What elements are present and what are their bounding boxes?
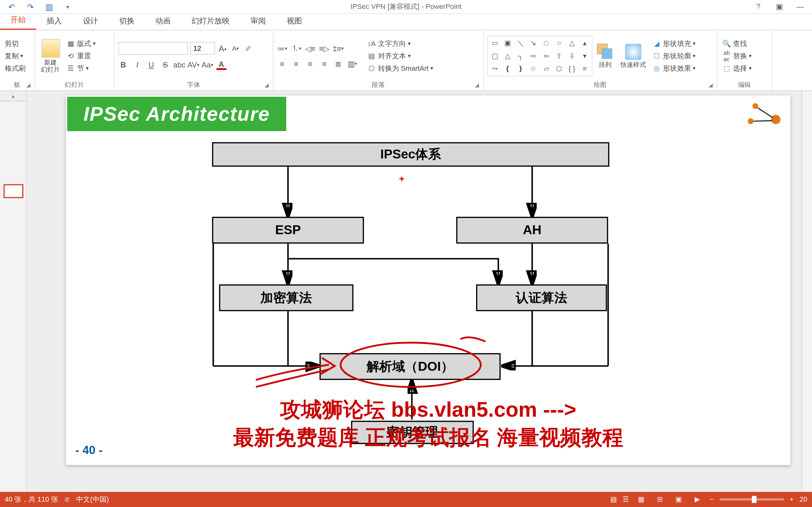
shape-line-icon[interactable]: ＼: [515, 38, 526, 49]
diagram-box-auth[interactable]: 认证算法: [476, 284, 607, 311]
find-button[interactable]: 🔍查找: [721, 38, 753, 49]
view-normal-button[interactable]: ▦: [635, 494, 648, 505]
convert-smartart-button[interactable]: ⬡转换为 SmartArt ▾: [366, 63, 435, 74]
shape-arrow-line-icon[interactable]: ↘: [527, 38, 539, 49]
slide[interactable]: IPSec Architecture IPSec体系 ESP AH 加密算法 认…: [66, 96, 791, 465]
tab-design[interactable]: 设计: [72, 12, 108, 30]
line-spacing-button[interactable]: ‡≡▾: [333, 43, 344, 54]
qat-customize-button[interactable]: ▾: [62, 1, 73, 13]
tab-review[interactable]: 审阅: [240, 12, 276, 30]
vertical-scrollbar[interactable]: [802, 91, 812, 492]
reset-button[interactable]: ⟲重置: [65, 50, 97, 61]
shape-callout-icon[interactable]: ▱: [541, 63, 552, 75]
shape-triangle-icon[interactable]: △: [566, 38, 578, 49]
thumbnail-panel[interactable]: ▴: [0, 91, 27, 492]
font-color-button[interactable]: A: [216, 60, 226, 70]
shape-up-icon[interactable]: ▴: [579, 38, 591, 49]
shapes-gallery[interactable]: ▭ ▣ ＼ ↘ □ ○ △ ▴ ▢ △ ┐ ⇨ ⇦ ⇧ ⇩ ▾ ⤳: [487, 36, 593, 76]
justify-button[interactable]: ≡: [319, 58, 329, 69]
change-case-button[interactable]: Aa▾: [202, 60, 212, 70]
shape-arrow-r-icon[interactable]: ⇨: [527, 50, 539, 62]
new-slide-button[interactable]: 新建 幻灯片: [39, 33, 63, 79]
bold-button[interactable]: B: [118, 60, 129, 70]
shrink-font-button[interactable]: A▾: [230, 43, 241, 54]
replace-button[interactable]: abac替换 ▾: [721, 50, 753, 61]
cut-button[interactable]: 剪切: [3, 38, 27, 49]
increase-indent-button[interactable]: ≡▷: [319, 43, 329, 54]
section-button[interactable]: ☰节 ▾: [65, 63, 97, 74]
redo-button[interactable]: ↷: [24, 1, 36, 13]
tab-animations[interactable]: 动画: [145, 12, 181, 30]
diagram-box-doi[interactable]: 解析域（DOI）: [319, 353, 501, 380]
shape-curve-icon[interactable]: ⤳: [489, 63, 501, 75]
diagram-box-encryption[interactable]: 加密算法: [219, 284, 354, 311]
clear-formatting-button[interactable]: ✐: [243, 43, 253, 54]
status-spellcheck-icon[interactable]: ⎚: [65, 495, 69, 504]
font-name-input[interactable]: [118, 42, 188, 55]
diagram-box-ah[interactable]: AH: [456, 217, 608, 244]
bullets-button[interactable]: ≔▾: [277, 43, 287, 54]
shape-brace-l-icon[interactable]: ❴: [502, 63, 513, 75]
diagram-box-root[interactable]: IPSec体系: [212, 142, 609, 167]
start-from-beginning-button[interactable]: ▥: [43, 1, 55, 13]
underline-button[interactable]: U: [146, 60, 156, 70]
shape-elbow-icon[interactable]: ┐: [515, 50, 526, 62]
tab-transitions[interactable]: 切换: [109, 12, 145, 30]
shape-brace-r-icon[interactable]: ❵: [515, 63, 526, 75]
zoom-level[interactable]: 20: [800, 495, 808, 504]
text-direction-button[interactable]: ↕A文字方向 ▾: [366, 38, 435, 49]
status-comments-button[interactable]: ☰: [623, 495, 629, 504]
slide-title-box[interactable]: IPSec Architecture: [67, 97, 287, 131]
paragraph-launcher[interactable]: ◢: [475, 82, 482, 89]
align-left-button[interactable]: ≡: [277, 58, 287, 69]
columns-button[interactable]: ▥▾: [347, 58, 357, 69]
shape-arrow-d-icon[interactable]: ⇩: [566, 50, 578, 62]
clipboard-launcher[interactable]: ◢: [26, 82, 33, 89]
select-button[interactable]: ⬚选择 ▾: [721, 63, 753, 74]
status-notes-button[interactable]: ▤: [610, 495, 617, 504]
help-button[interactable]: ?: [752, 1, 764, 13]
shape-star-icon[interactable]: ☆: [527, 63, 539, 75]
zoom-out-button[interactable]: −: [710, 495, 714, 504]
shape-outline-button[interactable]: ☐形状轮廓 ▾: [651, 50, 697, 61]
decrease-indent-button[interactable]: ◁≡: [305, 43, 315, 54]
grow-font-button[interactable]: A▴: [217, 43, 228, 54]
tab-slideshow[interactable]: 幻灯片放映: [181, 12, 240, 30]
status-language[interactable]: 中文(中国): [76, 494, 109, 504]
drawing-launcher[interactable]: ◢: [709, 82, 716, 89]
view-reading-button[interactable]: ▣: [672, 494, 685, 505]
copy-button[interactable]: 复制 ▾: [3, 50, 27, 61]
view-sorter-button[interactable]: ⊞: [653, 494, 666, 505]
align-center-button[interactable]: ≡: [291, 58, 301, 69]
ribbon-display-button[interactable]: ▣: [773, 1, 785, 13]
tab-insert[interactable]: 插入: [36, 12, 72, 30]
align-text-button[interactable]: ▤对齐文本 ▾: [366, 50, 435, 61]
strikethrough-button[interactable]: S: [160, 60, 171, 70]
shape-arrow-l-icon[interactable]: ⇦: [541, 50, 552, 62]
char-spacing-button[interactable]: AV▾: [188, 60, 199, 70]
shape-rectangle-icon[interactable]: ▭: [489, 38, 501, 49]
shape-rrect-icon[interactable]: ▢: [489, 50, 501, 62]
align-right-button[interactable]: ≡: [305, 58, 315, 69]
layout-button[interactable]: ▦版式 ▾: [65, 38, 97, 49]
diagram-box-esp[interactable]: ESP: [212, 217, 364, 244]
view-slideshow-button[interactable]: ▶: [691, 494, 704, 505]
shape-triangle2-icon[interactable]: △: [502, 50, 513, 62]
slide-canvas[interactable]: IPSec Architecture IPSec体系 ESP AH 加密算法 认…: [27, 91, 812, 492]
shape-circle-icon[interactable]: ○: [553, 38, 565, 49]
undo-button[interactable]: ↶: [6, 1, 17, 13]
text-shadow-button[interactable]: abc: [174, 60, 185, 70]
shape-hex-icon[interactable]: ⬡: [553, 63, 565, 75]
zoom-in-button[interactable]: +: [790, 495, 794, 504]
format-painter-button[interactable]: 格式刷: [3, 63, 27, 74]
shape-bracket-icon[interactable]: { }: [566, 63, 578, 75]
font-size-input[interactable]: [190, 42, 215, 55]
tab-view[interactable]: 视图: [276, 12, 312, 30]
shapes-more-icon[interactable]: ≡: [579, 63, 591, 75]
numbering-button[interactable]: ⒈▾: [291, 43, 301, 54]
thumbnail-current-slide[interactable]: [3, 184, 23, 198]
shape-effects-button[interactable]: ◎形状效果 ▾: [651, 63, 697, 74]
shape-fill-button[interactable]: ◢形状填充 ▾: [651, 38, 697, 49]
minimize-button[interactable]: —: [795, 1, 806, 13]
quick-styles-button[interactable]: 快速样式: [618, 43, 649, 69]
